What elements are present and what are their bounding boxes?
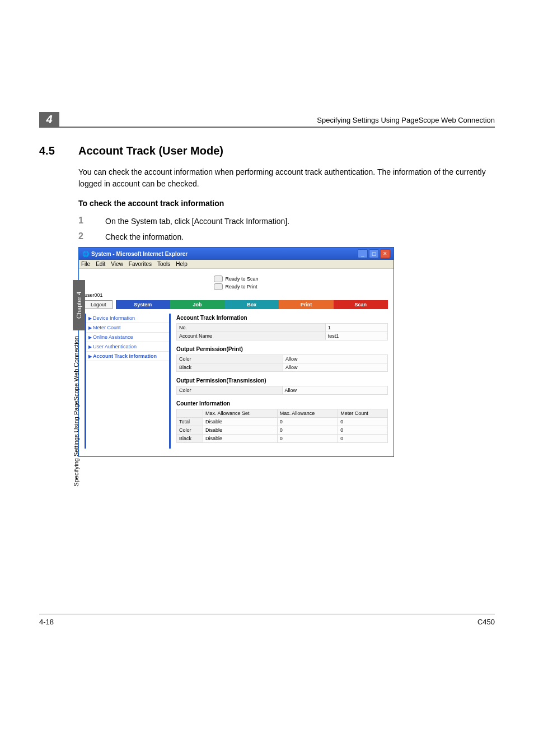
running-head: 4 Specifying Settings Using PageScope We… [39,112,495,128]
output-permission-print-title: Output Permission(Print) [176,346,388,352]
logged-in-user: user001 [85,292,388,298]
ie-icon: 🌐 [82,251,89,257]
content-title: Account Track Information [176,315,388,321]
ie-window-title: System - Microsoft Internet Explorer [91,251,358,257]
counter-information-title: Counter Information [176,400,388,407]
table-row: No.1 [177,324,388,332]
output-permission-transmission-table: ColorAllow [176,386,388,395]
ie-menubar: File Edit View Favorites Tools Help [79,260,394,269]
tab-box[interactable]: Box [224,300,279,309]
table-row: Account Nametest1 [177,332,388,340]
footer-left: 4-18 [39,618,54,626]
table-row: ColorAllow [177,386,388,395]
tab-job[interactable]: Job [170,300,224,309]
step-1: 1 On the System tab, click [Account Trac… [78,216,495,226]
table-row: Color Disable 0 0 [177,426,388,435]
counter-information-table: Max. Allowance Set Max. Allowance Meter … [176,409,388,443]
page-footer: 4-18 C450 [39,614,495,626]
chevron-right-icon: ▶ [88,335,92,340]
step-number: 2 [78,231,105,241]
sidebar-item-account-track-information[interactable]: ▶Account Track Information [86,352,169,361]
screenshot-window: 🌐 System - Microsoft Internet Explorer _… [78,247,394,457]
step-text: On the System tab, click [Account Track … [105,216,289,226]
status-scan: Ready to Scan [214,276,258,282]
section-subhead: To check the account track information [78,199,495,208]
tab-scan[interactable]: Scan [334,300,388,309]
account-info-table: No.1 Account Nametest1 [176,323,388,340]
sidebar: ▶Device Information ▶Meter Count ▶Online… [85,314,169,449]
status-print: Ready to Print [214,283,258,290]
printer-icon [214,283,223,290]
section-intro: You can check the account information wh… [78,166,495,190]
side-tab-subtitle: Specifying Settings Using PageScope Web … [73,336,85,487]
side-tab-chapter: Chapter 4 [73,280,85,330]
menu-view[interactable]: View [111,261,123,267]
chevron-right-icon: ▶ [88,316,92,321]
sidebar-item-meter-count[interactable]: ▶Meter Count [86,323,169,333]
menu-file[interactable]: File [81,261,90,267]
tab-print[interactable]: Print [279,300,333,309]
output-permission-print-table: ColorAllow BlackAllow [176,354,388,372]
sidebar-item-device-information[interactable]: ▶Device Information [86,314,169,323]
menu-tools[interactable]: Tools [157,261,170,267]
menu-help[interactable]: Help [176,261,188,267]
chevron-right-icon: ▶ [88,325,92,330]
rule [39,127,495,128]
logout-button[interactable]: Logout [85,300,113,309]
step-number: 1 [78,216,105,226]
menu-edit[interactable]: Edit [96,261,105,267]
menu-favorites[interactable]: Favorites [129,261,152,267]
footer-right: C450 [477,618,495,626]
maximize-icon[interactable]: ▢ [369,249,379,258]
table-row: BlackAllow [177,363,388,372]
content-panel: Account Track Information No.1 Account N… [169,314,388,449]
side-tab: Chapter 4 Specifying Settings Using Page… [73,280,85,627]
minimize-icon[interactable]: _ [358,249,368,258]
table-header-row: Max. Allowance Set Max. Allowance Meter … [177,409,388,418]
table-row: Black Disable 0 0 [177,435,388,443]
table-row: Total Disable 0 0 [177,418,388,426]
chevron-right-icon: ▶ [88,344,92,349]
step-text: Check the information. [105,231,184,241]
close-icon[interactable]: ✕ [380,249,390,258]
scanner-icon [214,276,223,282]
section-title: Account Track (User Mode) [78,144,495,157]
running-head-title: Specifying Settings Using PageScope Web … [317,116,495,124]
step-2: 2 Check the information. [78,231,495,241]
ie-titlebar: 🌐 System - Microsoft Internet Explorer _… [79,248,394,260]
output-permission-transmission-title: Output Permission(Transmission) [176,377,388,384]
sidebar-item-online-assistance[interactable]: ▶Online Assistance [86,333,169,342]
chapter-badge: 4 [39,112,59,127]
tab-system[interactable]: System [116,300,170,309]
chevron-right-icon: ▶ [88,354,92,359]
table-row: ColorAllow [177,355,388,363]
sidebar-item-user-authentication[interactable]: ▶User Authentication [86,342,169,352]
